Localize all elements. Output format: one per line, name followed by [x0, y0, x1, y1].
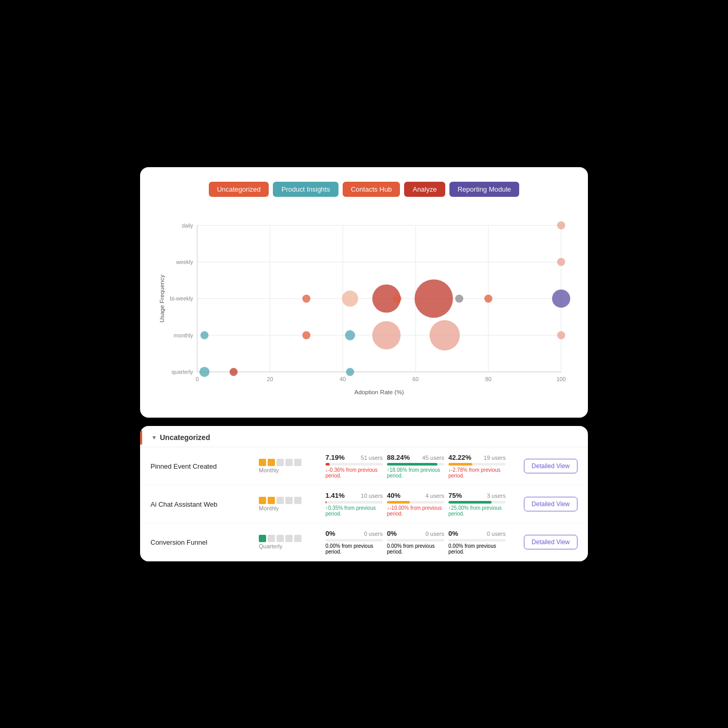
row-frequency: Quarterly	[259, 535, 321, 549]
metric-percent: 1.41%	[325, 492, 345, 499]
metric-bar-fill	[387, 463, 437, 466]
metric-bar-background	[448, 501, 506, 504]
freq-dot	[277, 459, 284, 466]
freq-label: Monthly	[259, 467, 279, 473]
svg-text:20: 20	[267, 375, 273, 382]
tab-contacts-hub[interactable]: Contacts Hub	[343, 182, 400, 197]
metric-change: ↓-10.00% from previous period.	[387, 505, 444, 517]
metric-bar-fill	[325, 501, 327, 504]
svg-point-31	[345, 330, 355, 340]
freq-dot	[294, 497, 302, 504]
tab-analyze[interactable]: Analyze	[404, 182, 445, 197]
svg-point-32	[372, 321, 400, 349]
metric-users: 10 users	[361, 493, 383, 499]
tab-product-insights[interactable]: Product Insights	[273, 182, 338, 197]
metric-cell-0: 1.41%10 users↑0.35% from previous period…	[325, 492, 383, 517]
metric-cell-0: 7.19%51 users↓-0.36% from previous perio…	[325, 454, 383, 479]
table-row: Pinned Event CreatedMonthly7.19%51 users…	[140, 447, 588, 485]
section-title: Uncategorized	[160, 433, 210, 442]
svg-text:60: 60	[412, 375, 419, 382]
freq-dot	[294, 459, 302, 466]
detailed-view-cell: Detailed View	[510, 459, 578, 473]
svg-text:0: 0	[196, 375, 199, 382]
freq-label: Monthly	[259, 505, 279, 511]
svg-point-40	[455, 294, 463, 303]
table-card: ▾ Uncategorized Pinned Event CreatedMont…	[140, 426, 588, 561]
metric-percent: 0%	[448, 530, 458, 537]
freq-dot	[259, 497, 266, 504]
svg-text:quarterly: quarterly	[171, 369, 193, 375]
svg-point-35	[303, 294, 311, 303]
row-frequency: Monthly	[259, 497, 321, 511]
metric-users: 51 users	[361, 455, 383, 461]
metric-users: 0 users	[487, 531, 506, 537]
section-accent	[140, 430, 142, 445]
metric-percent: 40%	[387, 492, 400, 499]
metric-bar-background	[387, 463, 444, 466]
metric-percent: 7.19%	[325, 454, 345, 461]
freq-dot	[277, 497, 284, 504]
freq-dot	[268, 497, 275, 504]
section-header: ▾ Uncategorized	[140, 426, 588, 447]
metric-cell-2: 42.22%19 users↓-2.78% from previous peri…	[448, 454, 506, 479]
metric-bar-background	[448, 463, 506, 466]
tab-reporting-module[interactable]: Reporting Module	[449, 182, 520, 197]
metric-bar-background	[325, 539, 383, 542]
metric-users: 4 users	[425, 493, 444, 499]
detailed-view-button[interactable]: Detailed View	[524, 459, 578, 473]
metric-cell-1: 0%0 users0.00% from previous period.	[387, 530, 444, 555]
freq-label: Quarterly	[259, 543, 282, 549]
detailed-view-cell: Detailed View	[510, 497, 578, 511]
chart-card: UncategorizedProduct InsightsContacts Hu…	[140, 167, 588, 418]
table-row: Ai Chat Assistant WebMonthly1.41%10 user…	[140, 485, 588, 523]
svg-text:80: 80	[485, 375, 492, 382]
detailed-view-cell: Detailed View	[510, 535, 578, 549]
svg-text:weekly: weekly	[175, 258, 193, 265]
metric-change: 0.00% from previous period.	[387, 543, 444, 555]
freq-dot	[285, 535, 293, 542]
row-frequency: Monthly	[259, 459, 321, 473]
scatter-chart: quarterlymonthlybi-weeklyweeklydaily0204…	[157, 207, 571, 405]
metric-bar-background	[325, 463, 383, 466]
svg-point-34	[557, 331, 566, 340]
row-name: Ai Chat Assistant Web	[150, 499, 255, 509]
svg-text:100: 100	[557, 375, 566, 382]
metric-users: 0 users	[364, 531, 383, 537]
svg-point-27	[230, 368, 238, 376]
metric-bar-background	[387, 539, 444, 542]
metric-bar-fill	[387, 501, 410, 504]
svg-point-44	[557, 221, 566, 229]
svg-point-38	[393, 294, 401, 303]
tab-bar: UncategorizedProduct InsightsContacts Hu…	[157, 182, 571, 197]
freq-dot	[268, 535, 275, 542]
metric-percent: 88.24%	[387, 454, 410, 461]
freq-dot	[259, 459, 266, 466]
detailed-view-button[interactable]: Detailed View	[524, 535, 578, 549]
svg-text:bi-weekly: bi-weekly	[170, 295, 193, 302]
metric-cell-1: 40%4 users↓-10.00% from previous period.	[387, 492, 444, 517]
svg-point-36	[342, 290, 358, 306]
tab-uncategorized[interactable]: Uncategorized	[209, 182, 269, 197]
detailed-view-button[interactable]: Detailed View	[524, 497, 578, 511]
freq-dot	[285, 459, 293, 466]
metric-bar-background	[387, 501, 444, 504]
table-body: Pinned Event CreatedMonthly7.19%51 users…	[140, 447, 588, 561]
metric-percent: 75%	[448, 492, 462, 499]
table-row: Conversion FunnelQuarterly0%0 users0.00%…	[140, 523, 588, 561]
metric-bar-fill	[448, 501, 492, 504]
metric-change: ↑25.00% from previous period.	[448, 505, 506, 517]
metric-change: ↑0.35% from previous period.	[325, 505, 383, 517]
svg-point-29	[200, 331, 209, 340]
metric-users: 3 users	[487, 493, 506, 499]
svg-text:monthly: monthly	[174, 332, 194, 338]
metric-users: 0 users	[425, 531, 444, 537]
freq-dot	[259, 535, 266, 542]
svg-point-33	[430, 320, 460, 350]
freq-dot	[294, 535, 302, 542]
section-collapse-arrow[interactable]: ▾	[153, 434, 156, 441]
metric-cell-2: 75%3 users↑25.00% from previous period.	[448, 492, 506, 517]
freq-dot	[268, 459, 275, 466]
metric-percent: 0%	[325, 530, 335, 537]
svg-text:Adoption Rate (%): Adoption Rate (%)	[355, 388, 404, 395]
svg-point-28	[346, 368, 354, 376]
